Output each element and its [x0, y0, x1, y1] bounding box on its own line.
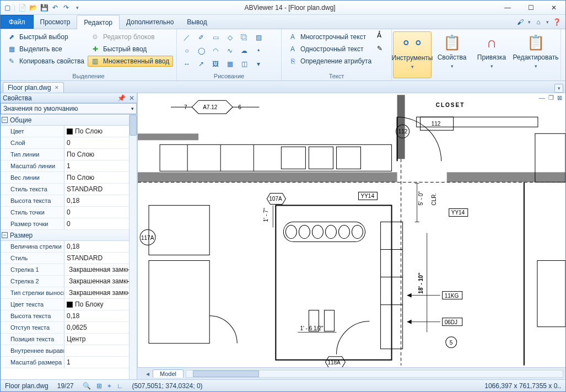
property-value[interactable]: 0,18 — [64, 310, 129, 321]
property-row[interactable]: Высота текста0,18 — [1, 195, 129, 207]
hatch-icon[interactable]: ▨ — [252, 31, 265, 44]
status-grid-icon[interactable]: ⊞ — [96, 382, 102, 390]
mtext-button[interactable]: AМногострочный текст — [285, 31, 375, 42]
arc-icon[interactable]: ◠ — [209, 45, 222, 57]
drawing-canvas[interactable]: — ❐ ⊠ CLOSET 112 — [137, 93, 565, 367]
property-row[interactable]: Масштаб линии1 — [1, 160, 129, 172]
pin-icon[interactable]: 📌 — [117, 94, 126, 102]
undo-icon[interactable]: ↶ — [51, 3, 60, 12]
mdi-restore-icon[interactable]: ❐ — [547, 94, 555, 101]
snap-button[interactable]: ∩ Привязка▾ — [472, 31, 511, 78]
doc-tabs-dropdown[interactable]: ▾ — [554, 84, 563, 93]
tab-output[interactable]: Вывод — [180, 15, 213, 29]
property-row[interactable]: Стиль текстаSTANDARD — [1, 184, 129, 195]
property-row[interactable]: Отступ текста0,0625 — [1, 322, 129, 334]
rect-rot-icon[interactable]: ◇ — [223, 31, 236, 44]
property-row[interactable]: Масштаб размера1 — [1, 357, 129, 368]
open-folder-icon[interactable]: 📂 — [29, 3, 37, 12]
text-button[interactable]: AОднострочный текст — [285, 44, 375, 55]
close-tab-icon[interactable]: ✕ — [55, 85, 59, 90]
category-dim[interactable]: −Размер — [1, 230, 129, 241]
edit-button[interactable]: 📋 Редактировать▾ — [512, 31, 559, 78]
multi-input-button[interactable]: ▥Множественный ввод — [88, 56, 173, 67]
property-value[interactable]: 0,0625 — [64, 322, 129, 333]
property-value[interactable]: По Слою — [64, 126, 129, 137]
property-value[interactable]: STANDARD — [64, 184, 129, 195]
status-zoom-icon[interactable]: 🔍 — [83, 382, 91, 390]
minimize-button[interactable]: — — [498, 2, 517, 13]
property-row[interactable]: Слой0 — [1, 137, 129, 149]
document-tab[interactable]: Floor plan.dwg ✕ — [3, 82, 64, 93]
panel-close-icon[interactable]: ✕ — [129, 94, 134, 102]
property-row[interactable]: Размер точки0 — [1, 218, 129, 230]
panel-scrollbar[interactable] — [129, 115, 137, 379]
qat-more-icon[interactable]: ▾ — [73, 3, 82, 12]
property-row[interactable]: Тип стрелки выноскиЗакрашенная замкнутая — [1, 287, 129, 299]
property-value[interactable]: По Слою — [64, 149, 129, 160]
property-value[interactable]: 0,18 — [64, 241, 129, 252]
property-value[interactable]: Центр — [64, 334, 129, 345]
close-button[interactable]: ✕ — [545, 2, 563, 13]
property-row[interactable]: Стиль точки0 — [1, 207, 129, 218]
properties-button[interactable]: 📋 Свойства▾ — [433, 31, 471, 78]
quick-select-button[interactable]: ⬈Быстрый выбор — [4, 31, 88, 42]
property-row[interactable]: Позиция текстаЦентр — [1, 334, 129, 345]
property-value[interactable]: STANDARD — [64, 253, 129, 264]
property-row[interactable]: Цвет текстаПо Блоку — [1, 299, 129, 310]
property-value[interactable]: 0 — [64, 218, 129, 229]
property-row[interactable]: СтильSTANDARD — [1, 253, 129, 264]
new-icon[interactable]: ▢ — [3, 3, 12, 12]
rect-icon[interactable]: ▭ — [209, 31, 222, 44]
property-value[interactable]: 1 — [64, 160, 129, 171]
line-icon[interactable]: ／ — [180, 31, 193, 44]
tab-advanced[interactable]: Дополнительно — [120, 15, 180, 29]
property-row[interactable]: ЦветПо Слою — [1, 126, 129, 137]
more-draw-icon[interactable]: ▾ — [252, 58, 265, 70]
status-snap-icon[interactable]: ⌖ — [107, 382, 111, 390]
style-icon[interactable]: 🖌 — [516, 18, 525, 26]
quick-input-button[interactable]: ✚Быстрый ввод — [88, 44, 173, 55]
tab-prev-icon[interactable]: ◂ — [146, 370, 149, 378]
maximize-button[interactable]: ☐ — [521, 2, 540, 13]
image-icon[interactable]: 🖼 — [209, 58, 222, 70]
ellipse-icon[interactable]: ◯ — [195, 45, 208, 57]
point-icon[interactable]: • — [252, 45, 265, 57]
property-row[interactable]: Стрелка 1Закрашенная замкнутая — [1, 264, 129, 276]
property-value[interactable]: 0 — [64, 137, 129, 148]
property-row[interactable]: Внутреннее выравнивание — [1, 345, 129, 357]
status-ortho-icon[interactable]: ∟ — [117, 382, 123, 390]
text-style-icon[interactable]: Ả — [377, 31, 388, 44]
tab-view[interactable]: Просмотр — [34, 15, 77, 29]
polyline-icon[interactable]: ✐ — [195, 31, 208, 44]
horizontal-scrollbar[interactable] — [186, 370, 563, 378]
model-tab[interactable]: Model — [153, 369, 184, 378]
property-value[interactable]: 0 — [64, 207, 129, 218]
property-row[interactable]: Тип линииПо Слою — [1, 149, 129, 160]
text-edit-icon[interactable]: ✎ — [377, 45, 388, 57]
block-editor-button[interactable]: ⚙Редактор блоков — [88, 31, 173, 42]
file-tab[interactable]: Файл — [1, 15, 34, 29]
tab-editor[interactable]: Редактор — [77, 15, 120, 29]
copy-props-button[interactable]: ✎Копировать свойства — [4, 56, 88, 67]
mdi-close-icon[interactable]: ⊠ — [556, 94, 563, 101]
save-icon[interactable]: 💾 — [40, 3, 48, 12]
home-icon[interactable]: ⌂ — [534, 18, 543, 26]
mdi-minimize-icon[interactable]: — — [538, 94, 546, 101]
dim-icon[interactable]: ↔ — [180, 58, 193, 70]
property-value[interactable]: По Слою — [64, 172, 129, 183]
property-row[interactable]: Величина стрелки0,18 — [1, 241, 129, 253]
property-value[interactable]: 1 — [64, 357, 129, 368]
property-row[interactable]: Высота текста0,18 — [1, 310, 129, 322]
category-general[interactable]: −Общие — [1, 115, 129, 126]
property-row[interactable]: Вес линииПо Слою — [1, 172, 129, 184]
block-ins-icon[interactable]: ◫ — [238, 58, 251, 70]
help-icon[interactable]: ❓ — [552, 18, 561, 26]
select-all-button[interactable]: ▦Выделить все — [4, 44, 88, 55]
property-value[interactable]: Закрашенная замкнутая — [64, 264, 129, 275]
redo-icon[interactable]: ↷ — [62, 3, 71, 12]
defaults-combo[interactable]: Значения по умолчанию▾ — [1, 103, 137, 114]
tools-button[interactable]: ⚬⚬ Инструменты▾ — [393, 31, 432, 78]
property-value[interactable]: Закрашенная замкнутая — [64, 287, 129, 298]
spline-icon[interactable]: ∿ — [223, 45, 236, 57]
table-icon[interactable]: ▦ — [223, 58, 236, 70]
